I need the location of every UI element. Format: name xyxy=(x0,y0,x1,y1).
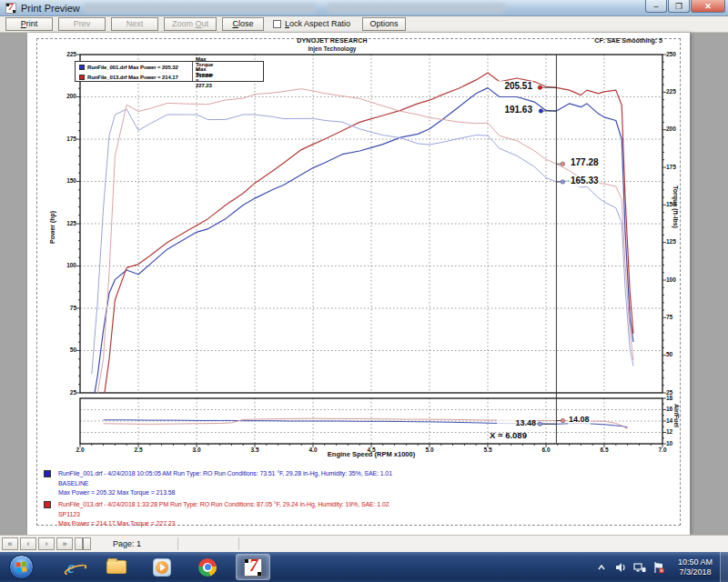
minimize-button[interactable]: – xyxy=(645,0,667,13)
torque-tick-label: 150 xyxy=(666,201,676,207)
taskbar-media-player[interactable] xyxy=(145,554,179,580)
x-tick-label: 3.5 xyxy=(247,447,263,453)
media-player-icon xyxy=(153,558,171,577)
legend-file-power: RunFile_013.drf Max Power = 214.17 xyxy=(87,75,178,80)
power-tick-label: 125 xyxy=(53,220,76,226)
torque-tick-label: 100 xyxy=(666,276,676,283)
run-swatch-red xyxy=(44,501,51,508)
legend-swatch-red xyxy=(79,75,85,80)
cursor-x-label: X = 6.089 xyxy=(490,430,527,440)
close-button[interactable]: Close xyxy=(222,17,264,31)
legend-file-power: RunFile_001.drf Max Power = 205.32 xyxy=(87,65,178,70)
curve-runfile_013-power-hp- xyxy=(92,73,633,426)
volume-icon[interactable] xyxy=(613,559,629,575)
dynojet-app-icon: 7 xyxy=(5,3,16,14)
legend-row-sp1123: RunFile_013.drf Max Power = 214.17 Max T… xyxy=(76,73,178,82)
folder-icon xyxy=(106,560,126,574)
chart-legend: RunFile_001.drf Max Power = 205.32 Max T… xyxy=(75,61,264,82)
close-window-button[interactable]: ✕ xyxy=(691,0,725,13)
report-company: DYNOJET RESEARCH xyxy=(241,37,423,44)
redacted-text xyxy=(84,4,316,13)
ie-icon: e xyxy=(67,557,75,577)
taskbar-dynojet-active[interactable]: 7 xyxy=(236,554,270,580)
action-center-flag-icon[interactable] xyxy=(652,559,667,575)
torque-tick-label: 50 xyxy=(666,351,672,357)
taskbar-clock[interactable]: 10:50 AM 7/3/2018 xyxy=(678,557,713,577)
power-tick-label: 75 xyxy=(53,305,76,311)
cursor-marker-power-blue xyxy=(539,109,543,114)
zoom-out-button[interactable]: Zoom Out xyxy=(164,17,217,31)
run-maxima: Max Power = 205.32 Max Torque = 213.58 xyxy=(58,488,672,498)
show-desktop-button[interactable] xyxy=(720,552,728,582)
last-page-button[interactable]: » xyxy=(56,537,73,550)
window-title: Print Preview xyxy=(21,3,80,14)
lock-aspect-label: Lock Aspect Ratio xyxy=(285,19,350,28)
torque-tick-label: 225 xyxy=(666,88,676,95)
taskbar-chrome[interactable] xyxy=(190,554,225,580)
callout-torque-red: 177.28 xyxy=(570,157,600,168)
cursor-marker-af-red xyxy=(561,418,565,423)
run-maxima: Max Power = 214.17 Max Torque = 227.23 xyxy=(58,519,672,529)
x-tick-label: 3.0 xyxy=(188,447,205,453)
document-icon xyxy=(82,538,84,549)
af-tick-label: 16 xyxy=(666,406,672,412)
x-tick-label: 5.0 xyxy=(421,447,438,453)
next-button[interactable]: Next xyxy=(111,17,158,31)
x-tick-label: 4.5 xyxy=(363,447,379,453)
power-tick-label: 150 xyxy=(53,177,76,184)
taskbar-windows-explorer[interactable] xyxy=(99,554,134,580)
lock-aspect-checkbox[interactable] xyxy=(273,20,281,28)
cursor-marker-torque-red xyxy=(561,162,565,166)
legend-row-baseline: RunFile_001.drf Max Power = 205.32 Max T… xyxy=(76,63,178,72)
run-info-line: RunFile_001.drf - 4/24/2018 10:05:05 AM … xyxy=(58,469,672,479)
run-details-sp1123: RunFile_013.drf - 4/24/2018 1:33:28 PM R… xyxy=(44,500,672,529)
smoothing-info: CF: SAE Smoothing: 5 xyxy=(519,37,662,44)
print-preview-window: 7 Print Preview – ❐ ✕ Print Prev Next Zo… xyxy=(0,0,728,582)
curve-runfile_013-torque-ft-lbs- xyxy=(92,89,633,412)
options-button[interactable]: Options xyxy=(362,17,406,31)
run-info-line: RunFile_013.drf - 4/24/2018 1:33:28 PM R… xyxy=(58,500,672,510)
power-tick-label: 100 xyxy=(53,262,76,268)
x-tick-label: 6.5 xyxy=(596,447,612,453)
curve-runfile_001-power-hp- xyxy=(92,88,633,410)
dynojet-icon: 7 xyxy=(244,558,262,577)
start-button[interactable] xyxy=(9,555,34,579)
x-tick-label: 5.5 xyxy=(480,447,496,453)
x-tick-label: 4.0 xyxy=(305,447,321,453)
report-subtitle: Injen Technology xyxy=(241,45,423,52)
page-indicator: Page: 1 xyxy=(113,539,141,548)
power-tick-label: 25 xyxy=(53,389,76,396)
x-tick-label: 6.0 xyxy=(538,447,554,453)
run-swatch-blue xyxy=(44,470,51,477)
restore-button[interactable]: ❐ xyxy=(668,0,690,13)
clock-time: 10:50 AM xyxy=(678,557,713,567)
torque-tick-label: 250 xyxy=(666,51,676,57)
titlebar: 7 Print Preview – ❐ ✕ xyxy=(0,0,728,16)
preview-area: DYNOJET RESEARCH Injen Technology CF: SA… xyxy=(0,33,728,535)
torque-tick-label: 75 xyxy=(666,314,672,320)
af-tick-label: 18 xyxy=(666,395,672,401)
prev-button[interactable]: Prev xyxy=(58,17,106,31)
cursor-marker-af-blue xyxy=(538,422,542,426)
network-icon[interactable] xyxy=(632,559,648,575)
windows-logo-icon xyxy=(15,561,27,573)
x-tick-label: 2.0 xyxy=(72,447,88,453)
taskbar-internet-explorer[interactable]: e xyxy=(54,554,88,580)
legend-torque: Max Torque = 227.23 xyxy=(196,66,213,88)
page-setup-button[interactable] xyxy=(75,537,91,550)
af-tick-label: 10 xyxy=(666,440,672,447)
first-page-button[interactable]: « xyxy=(2,537,18,550)
tray-expand-icon[interactable] xyxy=(594,559,610,575)
print-button[interactable]: Print xyxy=(5,17,53,31)
run-name: SP1123 xyxy=(58,510,672,520)
af-tick-label: 12 xyxy=(666,428,672,435)
torque-tick-label: 125 xyxy=(666,238,676,245)
x-tick-label: 7.0 xyxy=(654,447,671,453)
prev-page-button[interactable]: ‹ xyxy=(20,537,36,550)
system-tray: 10:50 AM 7/3/2018 xyxy=(592,552,728,582)
power-tick-label: 200 xyxy=(53,93,76,99)
dyno-chart xyxy=(27,33,690,535)
clock-date: 7/3/2018 xyxy=(678,567,713,577)
callout-torque-blue: 165.33 xyxy=(570,176,600,186)
next-page-button[interactable]: › xyxy=(38,537,55,550)
